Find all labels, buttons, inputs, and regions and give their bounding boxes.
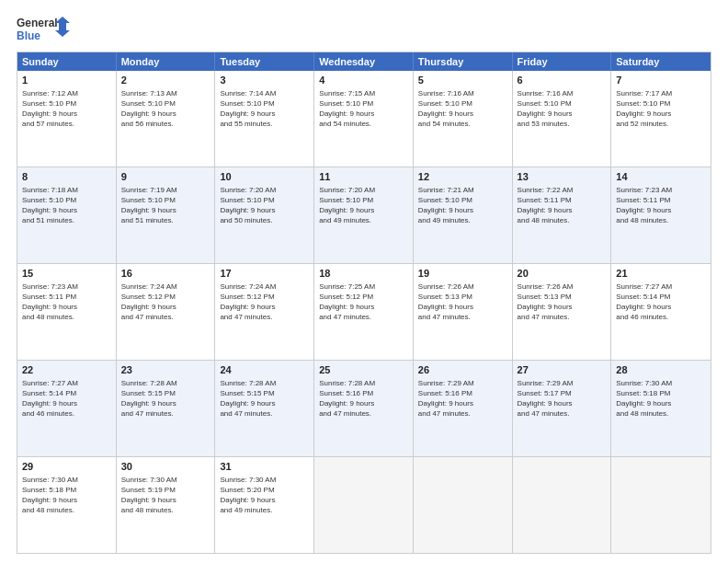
cell-info: Sunrise: 7:29 AMSunset: 5:17 PMDaylight:…	[518, 378, 607, 419]
day-number: 27	[518, 363, 607, 377]
calendar-cell: 20Sunrise: 7:26 AMSunset: 5:13 PMDayligh…	[513, 264, 612, 360]
cell-info: Sunrise: 7:30 AMSunset: 5:18 PMDaylight:…	[616, 378, 706, 419]
calendar-row: 15Sunrise: 7:23 AMSunset: 5:11 PMDayligh…	[17, 263, 711, 360]
cell-info: Sunrise: 7:24 AMSunset: 5:12 PMDaylight:…	[220, 282, 309, 323]
cell-info: Sunrise: 7:29 AMSunset: 5:16 PMDaylight:…	[418, 378, 507, 419]
day-number: 13	[518, 170, 607, 184]
logo: General Blue	[17, 15, 72, 44]
calendar-cell: 26Sunrise: 7:29 AMSunset: 5:16 PMDayligh…	[414, 361, 513, 456]
calendar-cell: 5Sunrise: 7:16 AMSunset: 5:10 PMDaylight…	[414, 71, 513, 167]
day-number: 15	[22, 267, 111, 281]
cell-info: Sunrise: 7:16 AMSunset: 5:10 PMDaylight:…	[518, 88, 607, 130]
cell-info: Sunrise: 7:17 AMSunset: 5:10 PMDaylight:…	[616, 88, 706, 130]
cell-info: Sunrise: 7:20 AMSunset: 5:10 PMDaylight:…	[220, 185, 309, 226]
cell-info: Sunrise: 7:23 AMSunset: 5:11 PMDaylight:…	[616, 185, 706, 226]
calendar-cell: 29Sunrise: 7:30 AMSunset: 5:18 PMDayligh…	[17, 457, 117, 553]
day-number: 22	[22, 363, 111, 377]
calendar-cell: 21Sunrise: 7:27 AMSunset: 5:14 PMDayligh…	[611, 264, 711, 360]
day-number: 16	[121, 267, 210, 281]
header-day: Thursday	[414, 52, 513, 71]
calendar-cell: 22Sunrise: 7:27 AMSunset: 5:14 PMDayligh…	[17, 361, 117, 456]
header-day: Sunday	[17, 52, 117, 71]
header: General Blue	[17, 15, 711, 44]
calendar-cell: 30Sunrise: 7:30 AMSunset: 5:19 PMDayligh…	[117, 457, 216, 553]
calendar-cell: 7Sunrise: 7:17 AMSunset: 5:10 PMDaylight…	[611, 71, 711, 167]
svg-text:General: General	[17, 17, 58, 29]
calendar-cell: 19Sunrise: 7:26 AMSunset: 5:13 PMDayligh…	[414, 264, 513, 360]
day-number: 8	[22, 170, 111, 184]
calendar-cell: 13Sunrise: 7:22 AMSunset: 5:11 PMDayligh…	[513, 167, 612, 263]
day-number: 31	[220, 460, 309, 474]
calendar-cell: 11Sunrise: 7:20 AMSunset: 5:10 PMDayligh…	[314, 167, 414, 263]
day-number: 25	[319, 363, 408, 377]
calendar-cell: 3Sunrise: 7:14 AMSunset: 5:10 PMDaylight…	[215, 71, 314, 167]
cell-info: Sunrise: 7:27 AMSunset: 5:14 PMDaylight:…	[22, 378, 111, 419]
calendar-cell: 10Sunrise: 7:20 AMSunset: 5:10 PMDayligh…	[215, 167, 314, 263]
day-number: 18	[319, 267, 408, 281]
calendar-cell: 1Sunrise: 7:12 AMSunset: 5:10 PMDaylight…	[17, 71, 117, 167]
cell-info: Sunrise: 7:13 AMSunset: 5:10 PMDaylight:…	[121, 88, 210, 130]
calendar-cell: 9Sunrise: 7:19 AMSunset: 5:10 PMDaylight…	[117, 167, 216, 263]
day-number: 23	[121, 363, 210, 377]
calendar-cell: 17Sunrise: 7:24 AMSunset: 5:12 PMDayligh…	[215, 264, 314, 360]
cell-info: Sunrise: 7:23 AMSunset: 5:11 PMDaylight:…	[22, 282, 111, 323]
cell-info: Sunrise: 7:28 AMSunset: 5:15 PMDaylight:…	[121, 378, 210, 419]
cell-info: Sunrise: 7:15 AMSunset: 5:10 PMDaylight:…	[319, 88, 408, 130]
cell-info: Sunrise: 7:18 AMSunset: 5:10 PMDaylight:…	[22, 185, 111, 226]
header-day: Tuesday	[215, 52, 314, 71]
calendar-row: 22Sunrise: 7:27 AMSunset: 5:14 PMDayligh…	[17, 360, 711, 456]
cell-info: Sunrise: 7:26 AMSunset: 5:13 PMDaylight:…	[418, 282, 507, 323]
day-number: 24	[220, 363, 309, 377]
cell-info: Sunrise: 7:30 AMSunset: 5:19 PMDaylight:…	[121, 475, 210, 516]
calendar-cell: 25Sunrise: 7:28 AMSunset: 5:16 PMDayligh…	[314, 361, 414, 456]
cell-info: Sunrise: 7:25 AMSunset: 5:12 PMDaylight:…	[319, 282, 408, 323]
day-number: 28	[616, 363, 706, 377]
calendar-cell: 6Sunrise: 7:16 AMSunset: 5:10 PMDaylight…	[513, 71, 612, 167]
calendar-cell: 8Sunrise: 7:18 AMSunset: 5:10 PMDaylight…	[17, 167, 117, 263]
calendar-cell: 4Sunrise: 7:15 AMSunset: 5:10 PMDaylight…	[314, 71, 414, 167]
day-number: 6	[518, 74, 607, 87]
cell-info: Sunrise: 7:21 AMSunset: 5:10 PMDaylight:…	[418, 185, 507, 226]
calendar-header: SundayMondayTuesdayWednesdayThursdayFrid…	[17, 52, 711, 71]
day-number: 19	[418, 267, 507, 281]
svg-text:Blue: Blue	[17, 29, 40, 42]
header-day: Friday	[513, 52, 612, 71]
calendar-cell: 31Sunrise: 7:30 AMSunset: 5:20 PMDayligh…	[215, 457, 314, 553]
day-number: 7	[616, 74, 706, 87]
day-number: 12	[418, 170, 507, 184]
cell-info: Sunrise: 7:24 AMSunset: 5:12 PMDaylight:…	[121, 282, 210, 323]
day-number: 30	[121, 460, 210, 474]
calendar-cell	[611, 457, 711, 553]
calendar-cell: 27Sunrise: 7:29 AMSunset: 5:17 PMDayligh…	[513, 361, 612, 456]
calendar-cell: 18Sunrise: 7:25 AMSunset: 5:12 PMDayligh…	[314, 264, 414, 360]
day-number: 3	[220, 74, 309, 87]
day-number: 21	[616, 267, 706, 281]
header-day: Saturday	[611, 52, 711, 71]
calendar-cell	[314, 457, 414, 553]
cell-info: Sunrise: 7:26 AMSunset: 5:13 PMDaylight:…	[518, 282, 607, 323]
day-number: 20	[518, 267, 607, 281]
calendar-row: 29Sunrise: 7:30 AMSunset: 5:18 PMDayligh…	[17, 456, 711, 553]
calendar-cell: 14Sunrise: 7:23 AMSunset: 5:11 PMDayligh…	[611, 167, 711, 263]
cell-info: Sunrise: 7:16 AMSunset: 5:10 PMDaylight:…	[418, 88, 507, 130]
cell-info: Sunrise: 7:20 AMSunset: 5:10 PMDaylight:…	[319, 185, 408, 226]
calendar-cell	[513, 457, 612, 553]
calendar-row: 8Sunrise: 7:18 AMSunset: 5:10 PMDaylight…	[17, 167, 711, 263]
calendar-cell: 12Sunrise: 7:21 AMSunset: 5:10 PMDayligh…	[414, 167, 513, 263]
calendar-cell: 28Sunrise: 7:30 AMSunset: 5:18 PMDayligh…	[611, 361, 711, 456]
calendar-body: 1Sunrise: 7:12 AMSunset: 5:10 PMDaylight…	[17, 71, 711, 553]
day-number: 26	[418, 363, 507, 377]
day-number: 29	[22, 460, 111, 474]
day-number: 9	[121, 170, 210, 184]
cell-info: Sunrise: 7:22 AMSunset: 5:11 PMDaylight:…	[518, 185, 607, 226]
day-number: 11	[319, 170, 408, 184]
cell-info: Sunrise: 7:28 AMSunset: 5:15 PMDaylight:…	[220, 378, 309, 419]
day-number: 17	[220, 267, 309, 281]
logo-icon: General Blue	[17, 15, 72, 44]
day-number: 2	[121, 74, 210, 87]
cell-info: Sunrise: 7:19 AMSunset: 5:10 PMDaylight:…	[121, 185, 210, 226]
calendar-cell: 16Sunrise: 7:24 AMSunset: 5:12 PMDayligh…	[117, 264, 216, 360]
calendar: SundayMondayTuesdayWednesdayThursdayFrid…	[17, 52, 711, 554]
header-day: Wednesday	[314, 52, 414, 71]
cell-info: Sunrise: 7:28 AMSunset: 5:16 PMDaylight:…	[319, 378, 408, 419]
